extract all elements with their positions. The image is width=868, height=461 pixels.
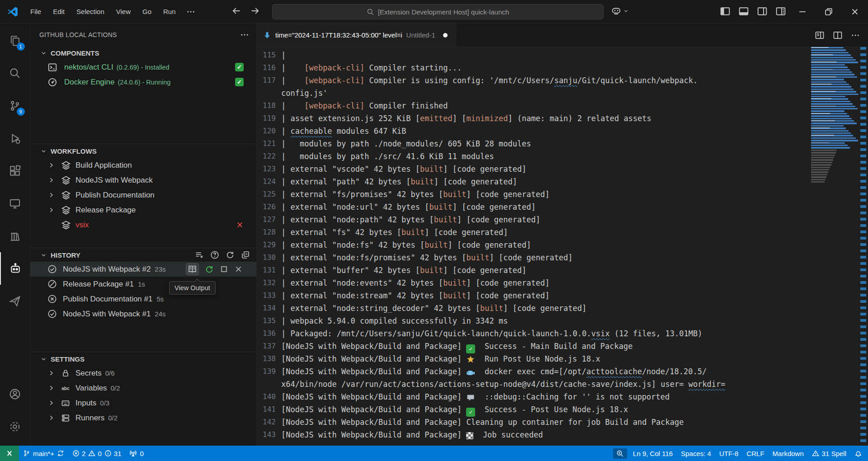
view-output-button[interactable] (186, 263, 199, 275)
activity-accounts[interactable] (0, 378, 30, 410)
history-row[interactable]: NodeJS with Webpack #124s (30, 306, 256, 321)
encoding-status[interactable]: UTF-8 (715, 446, 743, 461)
menu-more-button[interactable] (182, 5, 200, 19)
star-emoji (466, 355, 475, 364)
toggle-sidebar-button[interactable] (720, 6, 731, 17)
notifications-bell[interactable] (850, 446, 868, 461)
workflow-row[interactable]: vsix (30, 217, 256, 232)
component-row[interactable]: nektos/act CLI(0.2.69) - Installed ✓ (30, 60, 256, 75)
line-number: 120 (257, 125, 276, 137)
remote-indicator[interactable] (0, 446, 19, 461)
restore-button[interactable] (816, 0, 842, 23)
history-row[interactable]: Release Package #11s (30, 277, 256, 292)
activity-github-actions[interactable] (0, 285, 30, 317)
open-preview-button[interactable] (815, 30, 825, 40)
code-line: 133| external "node:stream" 42 bytes [bu… (257, 289, 809, 302)
search-icon (9, 67, 21, 79)
settings-row-secrets[interactable]: Secrets0/6 (30, 366, 256, 381)
workflow-row[interactable]: NodeJS with Webpack (30, 173, 256, 188)
settings-row-variables[interactable]: abc Variables0/2 (30, 381, 256, 395)
section-header-workflows[interactable]: WORKFLOWS (30, 144, 256, 158)
help-button[interactable] (210, 250, 219, 259)
spell-status[interactable]: 31 Spell (808, 446, 850, 461)
activity-search[interactable] (0, 57, 30, 89)
ports-status[interactable]: 0 (125, 446, 147, 461)
minimap[interactable] (810, 47, 858, 446)
overview-ruler[interactable] (859, 47, 868, 446)
eol-status[interactable]: CRLF (742, 446, 768, 461)
status-success-icon (47, 309, 57, 319)
editor-more-actions-button[interactable] (851, 31, 860, 40)
customize-layout-button[interactable] (775, 6, 786, 17)
workflow-row[interactable]: Publish Documentation (30, 188, 256, 202)
menu-edit[interactable]: Edit (47, 5, 71, 18)
tab-untitled-1[interactable]: time="2024-11-17T18:32:43-05:00" level=i… (257, 24, 456, 47)
component-row[interactable]: Docker Engine(24.0.6) - Running ✓ (30, 75, 256, 89)
activity-extensions[interactable] (0, 155, 30, 187)
activity-badge: 9 (17, 108, 25, 116)
settings-row-inputs[interactable]: Inputs0/3 (30, 395, 256, 410)
split-editor-button[interactable] (833, 30, 843, 40)
section-header-components[interactable]: COMPONENTS (30, 46, 256, 60)
menu-go[interactable]: Go (137, 5, 157, 18)
menu-selection[interactable]: Selection (71, 5, 110, 18)
history-row[interactable]: NodeJS with Webpack #223s (30, 262, 256, 277)
settings-row-runners[interactable]: Runners0/2 (30, 410, 256, 425)
activity-manage[interactable] (0, 410, 30, 443)
activity-remote-explorer[interactable] (0, 187, 30, 220)
indentation-status[interactable]: Spaces: 4 (677, 446, 715, 461)
magnifier-icon (616, 450, 624, 457)
more-icon (851, 31, 860, 40)
layers-icon (61, 205, 71, 215)
activity-library[interactable] (0, 220, 30, 252)
workflow-row[interactable]: Release Package (30, 202, 256, 217)
collapse-all-button[interactable] (241, 250, 250, 259)
cursor-position-status[interactable]: Ln 9, Col 116 (629, 446, 677, 461)
rerun-button[interactable] (205, 265, 214, 274)
chevron-right-icon (47, 399, 55, 407)
activity-github-local-actions[interactable] (0, 252, 30, 285)
remove-run-button[interactable] (234, 265, 243, 273)
copilot-button[interactable] (611, 6, 629, 16)
workflow-row[interactable]: Build Application (30, 158, 256, 173)
error-x-icon[interactable] (236, 221, 244, 229)
dirty-indicator[interactable] (443, 33, 448, 38)
history-row[interactable]: Publish Documentation #15s (30, 292, 256, 306)
minimize-button[interactable] (789, 0, 816, 23)
menu-run[interactable]: Run (157, 5, 182, 18)
monitor-icon (9, 198, 21, 209)
code-line: 119| asset extension.js 252 KiB [emitted… (257, 112, 809, 125)
refresh-history-button[interactable] (226, 250, 235, 259)
toggle-panel-button[interactable] (738, 6, 749, 17)
sidebar-github-local-actions: GITHUB LOCAL ACTIONS COMPONENTS nektos/a… (30, 24, 257, 446)
stop-button[interactable] (220, 265, 228, 273)
back-button[interactable] (231, 6, 241, 16)
section-header-settings[interactable]: SETTINGS (30, 352, 256, 366)
branch-status[interactable]: main*+ (19, 446, 68, 461)
activity-explorer[interactable]: 1 (0, 24, 30, 57)
clear-history-button[interactable] (195, 250, 204, 259)
language-status[interactable]: Markdown (769, 446, 808, 461)
code-area[interactable]: 115|116| [webpack-cli] Compiler starting… (257, 49, 809, 441)
restore-icon (824, 7, 834, 17)
forward-button[interactable] (250, 6, 260, 16)
section-label: WORKFLOWS (51, 147, 97, 155)
activity-run-and-debug[interactable] (0, 122, 30, 155)
tab-bar: time="2024-11-17T18:32:43-05:00" level=i… (257, 24, 868, 47)
section-header-history[interactable]: HISTORY (30, 248, 256, 262)
activity-source-control[interactable]: 9 (0, 89, 30, 122)
toggle-secondary-sidebar-button[interactable] (757, 6, 768, 17)
sidebar-more-button[interactable] (240, 30, 249, 39)
close-button[interactable] (842, 0, 868, 23)
title-bar: FileEditSelectionViewGoRun [Extension De… (0, 0, 868, 24)
abc-icon: abc (61, 384, 70, 393)
command-center[interactable]: [Extension Development Host] quick-launc… (272, 4, 604, 19)
menu-file[interactable]: File (24, 5, 47, 18)
run-duration: 23s (155, 265, 165, 273)
menu-view[interactable]: View (110, 5, 137, 18)
code-line: 132| external "node:events" 42 bytes [bu… (257, 277, 809, 289)
zoom-status[interactable] (613, 448, 627, 459)
arrow-right-icon (250, 6, 260, 16)
problems-status[interactable]: 2 0 31 (68, 446, 125, 461)
line-number: 121 (257, 137, 276, 150)
